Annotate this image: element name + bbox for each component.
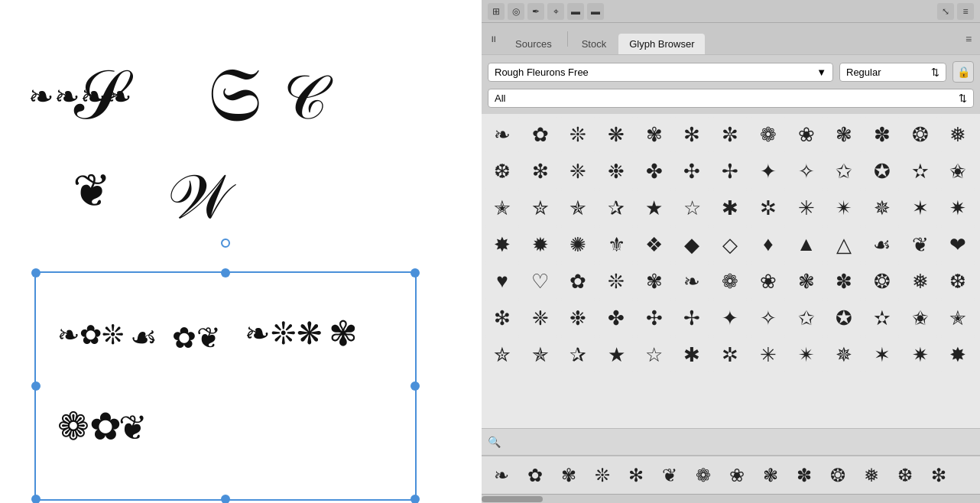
bottom-glyph[interactable]: ❅ xyxy=(855,459,888,492)
glyph-cell[interactable]: ★ xyxy=(599,337,634,372)
glyph-cell[interactable]: ✯ xyxy=(523,337,558,372)
glyph-cell[interactable]: ✱ xyxy=(674,337,709,372)
glyph-cell[interactable]: ✴ xyxy=(826,190,862,226)
glyph-cell[interactable]: ✢ xyxy=(712,154,748,189)
bar2-icon-btn[interactable]: ▬ xyxy=(587,3,604,20)
glyph-cell[interactable]: ❂ xyxy=(865,264,900,299)
glyph-cell[interactable]: ❀ xyxy=(751,264,786,299)
glyph-cell[interactable]: ✣ xyxy=(674,154,709,189)
glyph-cell[interactable]: ✽ xyxy=(826,264,862,299)
glyph-cell[interactable]: ✮ xyxy=(523,190,558,226)
glyph-cell[interactable]: ❤ xyxy=(940,227,975,262)
bottom-glyph[interactable]: ❧ xyxy=(485,459,518,492)
glyph-cell[interactable]: ✤ xyxy=(637,154,672,189)
pause-button[interactable]: ⏸ xyxy=(485,31,501,47)
bottom-glyph[interactable]: ✾ xyxy=(552,459,586,492)
glyph-cell[interactable]: ❖ xyxy=(637,227,672,262)
glyph-cell[interactable]: ✾ xyxy=(637,117,672,152)
glyph-cell[interactable]: ✲ xyxy=(712,337,748,372)
glyph-cell[interactable]: ❋ xyxy=(599,117,634,152)
font-selector[interactable]: Rough Fleurons Free ▼ xyxy=(488,63,833,82)
glyph-cell[interactable]: ❆ xyxy=(940,264,975,299)
bar1-icon-btn[interactable]: ▬ xyxy=(567,3,584,20)
glyph-cell[interactable]: ❇ xyxy=(485,300,520,336)
glyph-cell[interactable]: ✿ xyxy=(560,264,595,299)
glyph-cell[interactable]: ❅ xyxy=(903,264,938,299)
glyph-cell[interactable]: ☆ xyxy=(637,337,672,372)
glyph-cell[interactable]: ❊ xyxy=(560,117,595,152)
glyph-cell[interactable]: ✬ xyxy=(940,154,975,189)
glyph-cell[interactable]: ✯ xyxy=(560,190,595,226)
glyph-cell[interactable]: ☆ xyxy=(674,190,709,226)
glyph-cell[interactable]: ☙ xyxy=(865,227,900,262)
tab-stock[interactable]: Stock xyxy=(571,34,618,54)
glyph-cell[interactable]: ▲ xyxy=(789,227,824,262)
glyph-cell[interactable]: ✭ xyxy=(940,300,975,336)
glyph-cell[interactable]: ✫ xyxy=(865,300,900,336)
glyph-cell[interactable]: ✰ xyxy=(560,337,595,372)
glyph-cell[interactable]: ❧ xyxy=(485,117,520,152)
glyph-cell[interactable]: ✪ xyxy=(826,300,862,336)
glyph-cell[interactable]: ✩ xyxy=(826,154,862,189)
glyph-cell[interactable]: ✳ xyxy=(789,190,824,226)
glyph-cell[interactable]: ❃ xyxy=(826,117,862,152)
glyph-cell[interactable]: ❧ xyxy=(674,264,709,299)
glyph-cell[interactable]: ✤ xyxy=(599,300,634,336)
glyph-cell[interactable]: ❃ xyxy=(789,264,824,299)
glyph-cell[interactable]: ♥ xyxy=(485,264,520,299)
glyph-cell[interactable]: ✦ xyxy=(751,154,786,189)
bottom-strip[interactable]: ❧✿✾❊✻❦❁❀❃✽❂❅❆❇ xyxy=(482,456,980,494)
glyph-cell[interactable]: ◆ xyxy=(674,227,709,262)
glyph-cell[interactable]: ✦ xyxy=(712,300,748,336)
glyph-cell[interactable]: ✻ xyxy=(674,117,709,152)
glyph-cell[interactable]: ♡ xyxy=(523,264,558,299)
glyph-cell[interactable]: ✹ xyxy=(523,227,558,262)
glyph-cell[interactable]: ✲ xyxy=(751,190,786,226)
category-selector[interactable]: All ⇅ xyxy=(488,89,974,108)
tab-glyph-browser[interactable]: Glyph Browser xyxy=(618,34,705,54)
glyph-cell[interactable]: ✶ xyxy=(865,337,900,372)
bottom-glyph[interactable]: ✽ xyxy=(787,459,821,492)
glyph-cell[interactable]: ✶ xyxy=(903,190,938,226)
scrollbar-thumb[interactable] xyxy=(482,496,543,502)
bottom-glyph[interactable]: ❊ xyxy=(586,459,619,492)
glyph-grid[interactable]: ❧✿❊❋✾✻✼❁❀❃✽❂❅❆❇❈❉✤✣✢✦✧✩✪✫✬✭✮✯✰★☆✱✲✳✴✵✶✷✸… xyxy=(482,114,980,428)
style-selector[interactable]: Regular ⇅ xyxy=(839,63,946,82)
glyph-cell[interactable]: ✩ xyxy=(789,300,824,336)
glyph-cell[interactable]: ❈ xyxy=(523,300,558,336)
glyph-cell[interactable]: ❁ xyxy=(712,264,748,299)
search-input[interactable] xyxy=(504,436,974,448)
bottom-glyph[interactable]: ❂ xyxy=(821,459,855,492)
bottom-scrollbar[interactable] xyxy=(482,494,980,503)
resize-icon-btn[interactable]: ⤡ xyxy=(937,3,954,20)
bottom-glyph[interactable]: ❆ xyxy=(888,459,922,492)
eye-icon-btn[interactable]: ◎ xyxy=(508,3,524,20)
glyph-cell[interactable]: ✷ xyxy=(940,190,975,226)
pen-icon-btn[interactable]: ✒ xyxy=(527,3,544,20)
bottom-glyph[interactable]: ❦ xyxy=(653,459,686,492)
glyph-cell[interactable]: △ xyxy=(826,227,862,262)
glyph-cell[interactable]: ❀ xyxy=(789,117,824,152)
glyph-cell[interactable]: ❁ xyxy=(751,117,786,152)
glyph-cell[interactable]: ♦ xyxy=(751,227,786,262)
bottom-glyph[interactable]: ❀ xyxy=(720,459,754,492)
glyph-cell[interactable]: ❉ xyxy=(560,300,595,336)
glyph-cell[interactable]: ✸ xyxy=(485,227,520,262)
glyph-cell[interactable]: ✵ xyxy=(826,337,862,372)
glyph-cell[interactable]: ✰ xyxy=(599,190,634,226)
glyph-cell[interactable]: ★ xyxy=(637,190,672,226)
glyph-cell[interactable]: ✵ xyxy=(865,190,900,226)
layers-icon-btn[interactable]: ⊞ xyxy=(488,3,505,20)
glyph-cell[interactable]: ✾ xyxy=(637,264,672,299)
lock-button[interactable]: 🔒 xyxy=(952,61,974,83)
anchor-icon-btn[interactable]: ⌖ xyxy=(547,3,564,20)
glyph-cell[interactable]: ✧ xyxy=(751,300,786,336)
glyph-cell[interactable]: ✫ xyxy=(903,154,938,189)
tab-sources[interactable]: Sources xyxy=(505,34,563,54)
bottom-glyph[interactable]: ✿ xyxy=(518,459,552,492)
glyph-cell[interactable]: ❆ xyxy=(485,154,520,189)
glyph-cell[interactable]: ✼ xyxy=(712,117,748,152)
glyph-cell[interactable]: ❊ xyxy=(599,264,634,299)
tab-menu-button[interactable]: ≡ xyxy=(960,31,977,47)
glyph-cell[interactable]: ✴ xyxy=(789,337,824,372)
